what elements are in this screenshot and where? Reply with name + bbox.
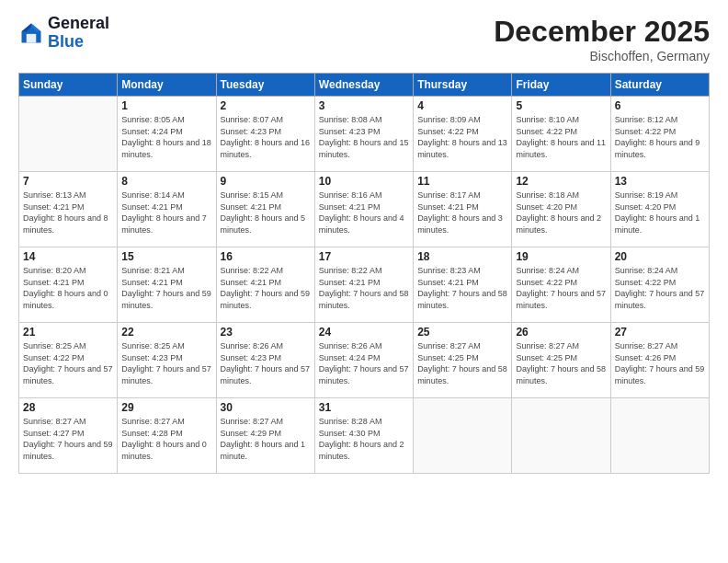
day-info: Sunrise: 8:27 AM Sunset: 4:28 PM Dayligh…	[121, 416, 211, 462]
day-number: 12	[516, 175, 606, 188]
calendar-cell	[19, 97, 118, 172]
calendar-cell: 20Sunrise: 8:24 AM Sunset: 4:22 PM Dayli…	[610, 247, 709, 323]
day-number: 25	[417, 326, 507, 339]
calendar-cell: 15Sunrise: 8:21 AM Sunset: 4:21 PM Dayli…	[118, 247, 216, 323]
day-number: 24	[319, 326, 409, 339]
weekday-header: Sunday	[19, 74, 118, 97]
calendar-cell: 14Sunrise: 8:20 AM Sunset: 4:21 PM Dayli…	[19, 247, 118, 323]
weekday-header: Friday	[512, 74, 610, 97]
day-number: 27	[615, 326, 705, 339]
calendar-cell: 17Sunrise: 8:22 AM Sunset: 4:21 PM Dayli…	[314, 247, 413, 323]
day-info: Sunrise: 8:08 AM Sunset: 4:23 PM Dayligh…	[319, 114, 409, 160]
header: General Blue December 2025 Bischoffen, G…	[18, 15, 710, 63]
day-number: 17	[319, 250, 409, 263]
calendar-cell: 24Sunrise: 8:26 AM Sunset: 4:24 PM Dayli…	[314, 323, 413, 398]
title-block: December 2025 Bischoffen, Germany	[494, 15, 710, 63]
day-number: 13	[615, 175, 705, 188]
calendar-cell: 12Sunrise: 8:18 AM Sunset: 4:20 PM Dayli…	[512, 172, 610, 247]
day-number: 28	[23, 401, 113, 414]
day-info: Sunrise: 8:27 AM Sunset: 4:25 PM Dayligh…	[417, 340, 507, 386]
day-info: Sunrise: 8:27 AM Sunset: 4:26 PM Dayligh…	[615, 340, 705, 386]
day-number: 31	[319, 401, 409, 414]
day-number: 22	[121, 326, 211, 339]
weekday-header: Saturday	[610, 74, 709, 97]
calendar-cell: 2Sunrise: 8:07 AM Sunset: 4:23 PM Daylig…	[216, 97, 314, 172]
day-info: Sunrise: 8:19 AM Sunset: 4:20 PM Dayligh…	[615, 190, 705, 236]
day-number: 19	[516, 250, 606, 263]
day-info: Sunrise: 8:14 AM Sunset: 4:21 PM Dayligh…	[121, 190, 211, 236]
day-info: Sunrise: 8:05 AM Sunset: 4:24 PM Dayligh…	[121, 114, 211, 160]
calendar-cell: 5Sunrise: 8:10 AM Sunset: 4:22 PM Daylig…	[512, 97, 610, 172]
day-number: 1	[121, 99, 211, 112]
calendar-cell: 27Sunrise: 8:27 AM Sunset: 4:26 PM Dayli…	[610, 323, 709, 398]
day-info: Sunrise: 8:23 AM Sunset: 4:21 PM Dayligh…	[417, 265, 507, 311]
day-number: 14	[23, 250, 113, 263]
calendar-cell: 6Sunrise: 8:12 AM Sunset: 4:22 PM Daylig…	[610, 97, 709, 172]
day-number: 30	[221, 401, 311, 414]
calendar: SundayMondayTuesdayWednesdayThursdayFrid…	[18, 73, 710, 474]
day-number: 16	[221, 250, 311, 263]
day-number: 21	[23, 326, 113, 339]
day-info: Sunrise: 8:27 AM Sunset: 4:25 PM Dayligh…	[516, 340, 606, 386]
day-info: Sunrise: 8:22 AM Sunset: 4:21 PM Dayligh…	[221, 265, 311, 311]
day-info: Sunrise: 8:24 AM Sunset: 4:22 PM Dayligh…	[615, 265, 705, 311]
day-info: Sunrise: 8:09 AM Sunset: 4:22 PM Dayligh…	[417, 114, 507, 160]
calendar-cell: 25Sunrise: 8:27 AM Sunset: 4:25 PM Dayli…	[414, 323, 512, 398]
calendar-cell: 4Sunrise: 8:09 AM Sunset: 4:22 PM Daylig…	[414, 97, 512, 172]
calendar-cell	[610, 398, 709, 474]
calendar-week-row: 28Sunrise: 8:27 AM Sunset: 4:27 PM Dayli…	[19, 398, 710, 474]
day-number: 3	[319, 99, 409, 112]
calendar-cell: 23Sunrise: 8:26 AM Sunset: 4:23 PM Dayli…	[216, 323, 314, 398]
day-info: Sunrise: 8:27 AM Sunset: 4:27 PM Dayligh…	[23, 416, 113, 462]
logo-icon	[18, 20, 44, 46]
calendar-cell: 3Sunrise: 8:08 AM Sunset: 4:23 PM Daylig…	[314, 97, 413, 172]
calendar-cell: 10Sunrise: 8:16 AM Sunset: 4:21 PM Dayli…	[314, 172, 413, 247]
day-info: Sunrise: 8:22 AM Sunset: 4:21 PM Dayligh…	[319, 265, 409, 311]
day-info: Sunrise: 8:17 AM Sunset: 4:21 PM Dayligh…	[417, 190, 507, 236]
day-info: Sunrise: 8:16 AM Sunset: 4:21 PM Dayligh…	[319, 190, 409, 236]
calendar-cell: 11Sunrise: 8:17 AM Sunset: 4:21 PM Dayli…	[414, 172, 512, 247]
day-info: Sunrise: 8:15 AM Sunset: 4:21 PM Dayligh…	[221, 190, 311, 236]
day-number: 23	[221, 326, 311, 339]
day-info: Sunrise: 8:28 AM Sunset: 4:30 PM Dayligh…	[319, 416, 409, 462]
day-number: 6	[615, 99, 705, 112]
day-info: Sunrise: 8:10 AM Sunset: 4:22 PM Dayligh…	[516, 114, 606, 160]
day-number: 15	[121, 250, 211, 263]
day-number: 29	[121, 401, 211, 414]
weekday-header: Thursday	[414, 74, 512, 97]
calendar-cell: 28Sunrise: 8:27 AM Sunset: 4:27 PM Dayli…	[19, 398, 118, 474]
calendar-cell	[414, 398, 512, 474]
location: Bischoffen, Germany	[494, 49, 710, 63]
day-number: 18	[417, 250, 507, 263]
calendar-cell: 29Sunrise: 8:27 AM Sunset: 4:28 PM Dayli…	[118, 398, 216, 474]
svg-rect-3	[27, 34, 37, 43]
page: General Blue December 2025 Bischoffen, G…	[0, 0, 728, 563]
calendar-cell: 18Sunrise: 8:23 AM Sunset: 4:21 PM Dayli…	[414, 247, 512, 323]
day-info: Sunrise: 8:26 AM Sunset: 4:24 PM Dayligh…	[319, 340, 409, 386]
calendar-cell: 31Sunrise: 8:28 AM Sunset: 4:30 PM Dayli…	[314, 398, 413, 474]
calendar-cell: 22Sunrise: 8:25 AM Sunset: 4:23 PM Dayli…	[118, 323, 216, 398]
weekday-header: Wednesday	[314, 74, 413, 97]
day-number: 10	[319, 175, 409, 188]
calendar-cell: 7Sunrise: 8:13 AM Sunset: 4:21 PM Daylig…	[19, 172, 118, 247]
day-info: Sunrise: 8:25 AM Sunset: 4:23 PM Dayligh…	[121, 340, 211, 386]
day-info: Sunrise: 8:18 AM Sunset: 4:20 PM Dayligh…	[516, 190, 606, 236]
day-info: Sunrise: 8:07 AM Sunset: 4:23 PM Dayligh…	[221, 114, 311, 160]
calendar-cell: 21Sunrise: 8:25 AM Sunset: 4:22 PM Dayli…	[19, 323, 118, 398]
day-number: 8	[121, 175, 211, 188]
calendar-week-row: 21Sunrise: 8:25 AM Sunset: 4:22 PM Dayli…	[19, 323, 710, 398]
calendar-cell: 1Sunrise: 8:05 AM Sunset: 4:24 PM Daylig…	[118, 97, 216, 172]
day-info: Sunrise: 8:20 AM Sunset: 4:21 PM Dayligh…	[23, 265, 113, 311]
day-number: 11	[417, 175, 507, 188]
calendar-cell: 13Sunrise: 8:19 AM Sunset: 4:20 PM Dayli…	[610, 172, 709, 247]
logo-text: General Blue	[48, 15, 109, 52]
day-number: 9	[221, 175, 311, 188]
day-info: Sunrise: 8:21 AM Sunset: 4:21 PM Dayligh…	[121, 265, 211, 311]
weekday-header: Monday	[118, 74, 216, 97]
weekday-header-row: SundayMondayTuesdayWednesdayThursdayFrid…	[19, 74, 710, 97]
day-info: Sunrise: 8:27 AM Sunset: 4:29 PM Dayligh…	[221, 416, 311, 462]
calendar-cell: 19Sunrise: 8:24 AM Sunset: 4:22 PM Dayli…	[512, 247, 610, 323]
day-number: 2	[221, 99, 311, 112]
day-number: 26	[516, 326, 606, 339]
weekday-header: Tuesday	[216, 74, 314, 97]
